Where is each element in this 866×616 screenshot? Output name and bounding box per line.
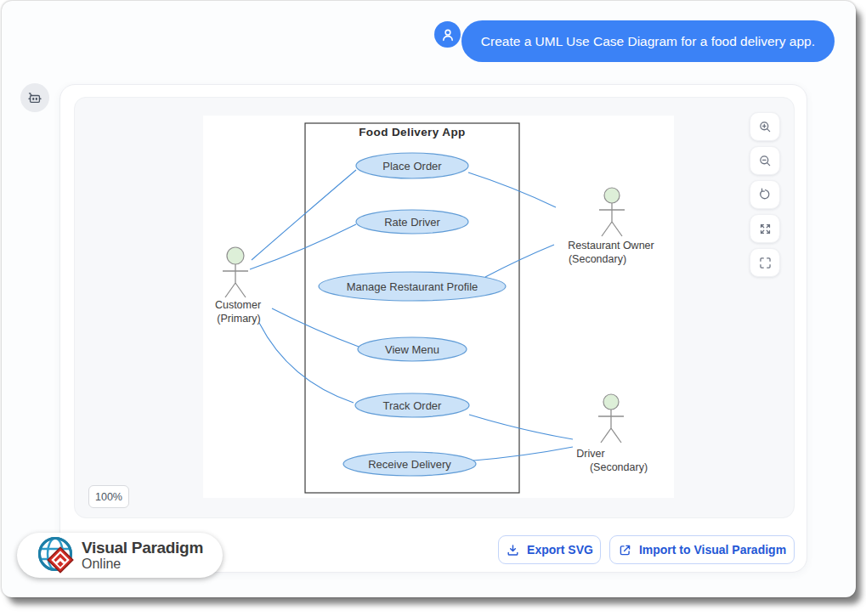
expand-button[interactable]	[750, 214, 780, 243]
use-case-label: Manage Restaurant Profile	[347, 280, 478, 293]
canvas-panel: Food Delivery AppPlace OrderRate DriverM…	[74, 97, 795, 518]
use-case-label: Receive Delivery	[368, 458, 451, 471]
use-case-place-order: Place Order	[356, 153, 468, 178]
association-place-order-restaurant-owner	[468, 172, 556, 207]
use-case-manage-restaurant-profile: Manage Restaurant Profile	[319, 272, 506, 301]
chat-message-bubble: Create a UML Use Case Diagram for a food…	[461, 20, 835, 62]
zoom-in-icon	[757, 119, 773, 135]
zoom-level-badge: 100%	[88, 485, 129, 508]
actor-label: (Secondary)	[569, 253, 626, 265]
reset-view-button[interactable]	[750, 180, 780, 209]
zoom-out-icon	[757, 153, 773, 169]
use-case-track-order: Track Order	[355, 393, 469, 417]
export-svg-label: Export SVG	[527, 543, 593, 557]
logo-subtitle: Online	[82, 557, 203, 572]
actor-customer-primary: Customer(Primary)	[215, 247, 261, 325]
association-track-order-driver	[469, 415, 573, 439]
bot-avatar-button[interactable]	[20, 83, 49, 112]
use-case-view-menu: View Menu	[358, 337, 467, 361]
actor-head	[603, 394, 619, 410]
actor-body	[223, 264, 248, 297]
actor-label: Customer	[215, 299, 261, 311]
use-case-label: Place Order	[382, 160, 442, 172]
actor-restaurant-owner-secondary: Restaurant Owner(Secondary)	[568, 188, 654, 265]
reset-view-icon	[757, 187, 773, 203]
actor-label: Restaurant Owner	[568, 240, 654, 251]
zoom-out-button[interactable]	[750, 146, 780, 175]
uml-use-case-diagram: Food Delivery AppPlace OrderRate DriverM…	[203, 116, 674, 498]
import-to-visual-paradigm-label: Import to Visual Paradigm	[639, 543, 786, 557]
actor-head	[604, 188, 620, 203]
diagram-card: Food Delivery AppPlace OrderRate DriverM…	[59, 84, 807, 573]
actor-head	[227, 247, 244, 264]
association-customer-view-menu	[272, 308, 359, 347]
visual-paradigm-globe-icon	[37, 536, 76, 575]
actor-body	[598, 410, 624, 443]
logo-title: Visual Paradigm	[82, 540, 203, 557]
actor-label: (Secondary)	[590, 461, 648, 473]
external-link-icon	[618, 543, 632, 557]
fullscreen-button[interactable]	[750, 248, 780, 277]
association-customer-track-order	[259, 323, 354, 403]
user-avatar	[434, 21, 461, 48]
zoom-in-button[interactable]	[750, 112, 780, 141]
system-boundary-title: Food Delivery App	[359, 126, 466, 138]
use-case-receive-delivery: Receive Delivery	[343, 452, 476, 476]
robot-icon	[26, 89, 43, 106]
canvas-toolbar	[750, 112, 780, 277]
visual-paradigm-logo[interactable]: Visual Paradigm Online	[17, 533, 223, 578]
user-icon	[439, 26, 456, 43]
import-to-visual-paradigm-button[interactable]: Import to Visual Paradigm	[609, 535, 795, 564]
download-icon	[506, 543, 520, 557]
diagram-canvas: Food Delivery AppPlace OrderRate DriverM…	[203, 116, 674, 498]
actor-body	[599, 203, 625, 236]
expand-icon	[757, 221, 773, 237]
use-case-rate-driver: Rate Driver	[356, 210, 468, 234]
app-window: Create a UML Use Case Diagram for a food…	[2, 1, 856, 597]
use-case-label: View Menu	[385, 343, 439, 356]
association-receive-delivery-driver	[473, 447, 573, 461]
export-svg-button[interactable]: Export SVG	[498, 535, 601, 564]
use-case-label: Track Order	[383, 399, 443, 412]
use-case-label: Rate Driver	[384, 216, 440, 229]
actor-driver-secondary: Driver(Secondary)	[576, 394, 648, 473]
actor-label: Driver	[576, 448, 604, 460]
association-customer-rate-driver	[250, 224, 356, 269]
fullscreen-icon	[757, 255, 773, 271]
actor-label: (Primary)	[217, 313, 260, 325]
association-customer-place-order	[252, 170, 356, 260]
